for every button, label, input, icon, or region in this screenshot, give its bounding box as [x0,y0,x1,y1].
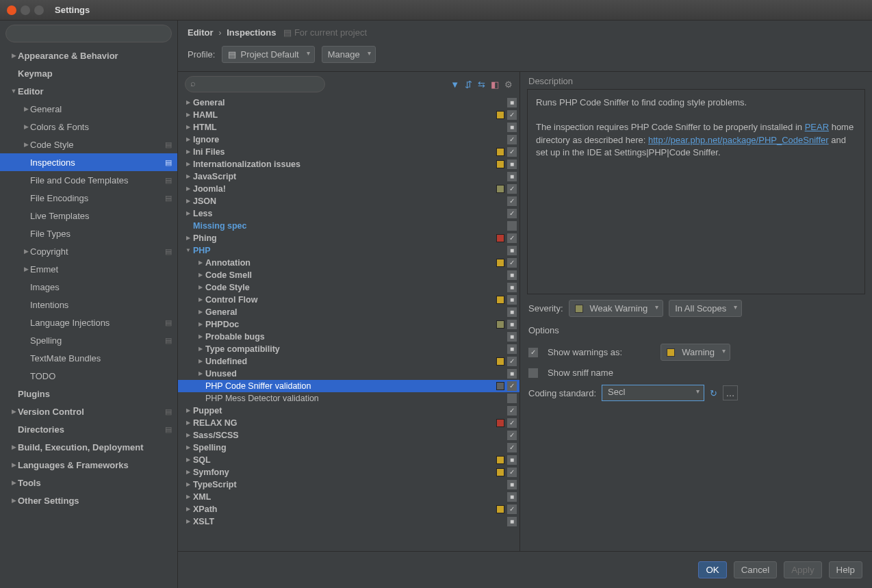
inspection-tree-item[interactable]: ▶Probable bugs■ [178,331,520,343]
inspection-checkbox[interactable]: ■ [507,344,517,354]
sidebar-item[interactable]: ▶Colors & Fonts [0,118,177,136]
apply-button[interactable]: Apply [784,561,821,578]
inspection-checkbox[interactable]: ■ [507,246,517,255]
sidebar-item[interactable]: TODO [0,367,177,385]
sidebar-item[interactable]: Directories▤ [0,420,177,438]
inspection-tree-item[interactable]: ▶General■ [178,306,520,318]
inspection-checkbox[interactable]: ■ [507,455,517,465]
inspection-tree-item[interactable]: ▶RELAX NG✓ [178,417,520,429]
inspection-checkbox[interactable]: ■ [507,480,517,489]
inspection-tree-item[interactable]: ▶Symfony✓ [178,466,520,478]
inspection-checkbox[interactable]: ✓ [507,431,517,440]
sidebar-item[interactable]: File Types [0,225,177,242]
inspection-tree-item[interactable]: ▶HTML■ [178,121,520,133]
sidebar-item[interactable]: ▶Languages & Frameworks [0,456,177,474]
warning-level-combo[interactable]: Warning [661,344,730,361]
inspection-checkbox[interactable]: ✓ [507,394,517,403]
inspection-tree-item[interactable]: ▶General■ [178,97,520,109]
sidebar-item[interactable]: ▶Emmet [0,260,177,278]
inspection-checkbox[interactable]: ■ [507,369,517,379]
inspection-checkbox[interactable]: ✓ [507,209,517,218]
sidebar-item[interactable]: ▶General [0,100,177,118]
inspection-tree-item[interactable]: ▶Joomla!✓ [178,183,520,195]
inspection-tree-item[interactable]: ▶XSLT■ [178,515,520,528]
manage-button[interactable]: Manage [322,46,376,63]
sidebar-item[interactable]: Language Injections▤ [0,314,177,331]
inspection-checkbox[interactable]: ✓ [507,468,517,477]
scope-combo[interactable]: In All Scopes [669,300,742,317]
inspection-tree-item[interactable]: ▶TypeScript■ [178,478,520,491]
inspection-tree-item[interactable]: ▶Spelling✓ [178,442,520,454]
sidebar-item[interactable]: ▼Editor [0,82,177,100]
inspection-checkbox[interactable]: ■ [507,283,517,292]
sidebar-item[interactable]: ▶Copyright▤ [0,242,177,260]
sidebar-search-input[interactable] [5,25,172,42]
inspection-tree-item[interactable]: ▶Type compatibility■ [178,343,520,355]
inspection-tree-item[interactable]: ▶PHPDoc■ [178,318,520,331]
show-warnings-checkbox[interactable]: ✓ [528,348,538,357]
inspection-checkbox[interactable]: ✓ [507,357,517,366]
inspection-checkbox[interactable]: ✓ [507,504,517,514]
sidebar-item[interactable]: Keymap [0,64,177,82]
sidebar-item[interactable]: File Encodings▤ [0,189,177,207]
inspection-tree-item[interactable]: ▶XPath✓ [178,503,520,515]
sidebar-item[interactable]: TextMate Bundles [0,349,177,367]
maximize-icon[interactable] [34,5,44,15]
inspection-checkbox[interactable]: ■ [507,492,517,502]
inspection-checkbox[interactable]: ✓ [507,221,517,231]
sidebar-item[interactable]: ▶Build, Execution, Deployment [0,438,177,456]
sidebar-item[interactable]: Plugins [0,385,177,402]
ok-button[interactable]: OK [698,561,726,578]
sidebar-item[interactable]: File and Code Templates▤ [0,171,177,189]
minimize-icon[interactable] [21,5,30,15]
inspection-checkbox[interactable]: ■ [507,517,517,526]
pear-link[interactable]: PEAR [805,122,829,132]
inspection-tree-item[interactable]: ▶Unused■ [178,368,520,380]
inspection-tree-item[interactable]: ▶Ini Files✓ [178,146,520,158]
inspections-search-input[interactable] [185,76,325,92]
inspection-tree-item[interactable]: ▶JavaScript■ [178,170,520,183]
inspection-tree-item[interactable]: ▶Control Flow■ [178,294,520,306]
inspection-checkbox[interactable]: ■ [507,307,517,317]
inspection-checkbox[interactable]: ■ [507,320,517,329]
inspection-tree-item[interactable]: ▶Internationalization issues■ [178,158,520,170]
inspection-checkbox[interactable]: ✓ [507,196,517,206]
inspection-tree-item[interactable]: ▶Code Style■ [178,281,520,294]
inspection-checkbox[interactable]: ✓ [507,381,517,391]
inspection-tree-item[interactable]: ▶Annotation✓ [178,257,520,269]
sidebar-item[interactable]: Spelling▤ [0,331,177,349]
inspection-tree-item[interactable]: ▶HAML✓ [178,109,520,121]
inspection-checkbox[interactable]: ■ [507,295,517,305]
help-button[interactable]: Help [829,561,862,578]
sidebar-item[interactable]: Live Templates [0,207,177,225]
close-icon[interactable] [7,5,16,15]
sidebar-item[interactable]: ▶Appearance & Behavior [0,47,177,64]
sidebar-item[interactable]: ▶Code Style▤ [0,136,177,153]
inspection-tree-item[interactable]: PHP Mess Detector validation✓ [178,392,520,405]
inspection-checkbox[interactable]: ✓ [507,406,517,416]
inspection-checkbox[interactable]: ✓ [507,135,517,144]
inspection-checkbox[interactable]: ✓ [507,443,517,452]
sidebar-item[interactable]: Intentions [0,296,177,314]
inspection-checkbox[interactable]: ■ [507,172,517,181]
browse-button[interactable]: … [723,385,738,400]
inspection-tree-item[interactable]: ▶JSON✓ [178,195,520,207]
gear-icon[interactable]: ⚙ [504,79,513,90]
inspection-tree-item[interactable]: ▶SQL■ [178,454,520,466]
sidebar-item[interactable]: ▶Version Control▤ [0,402,177,420]
sidebar-item[interactable]: Inspections▤ [0,153,177,171]
filter-icon[interactable]: ▼ [450,79,459,90]
inspection-checkbox[interactable]: ✓ [507,418,517,428]
inspection-tree-item[interactable]: ▶Less✓ [178,207,520,220]
reset-icon[interactable]: ◧ [491,79,499,90]
inspection-checkbox[interactable]: ✓ [507,110,517,120]
inspection-checkbox[interactable]: ✓ [507,184,517,194]
inspection-checkbox[interactable]: ✓ [507,147,517,157]
expand-all-icon[interactable]: ⇵ [465,79,472,90]
inspection-checkbox[interactable]: ■ [507,98,517,107]
inspection-tree-item[interactable]: PHP Code Sniffer validation✓ [178,380,520,392]
show-sniff-checkbox[interactable]: ✓ [528,368,538,378]
sidebar-item[interactable]: ▶Other Settings [0,491,177,509]
inspection-tree-item[interactable]: ▶Code Smell■ [178,269,520,281]
codesniffer-link[interactable]: http://pear.php.net/package/PHP_CodeSnif… [648,135,829,145]
